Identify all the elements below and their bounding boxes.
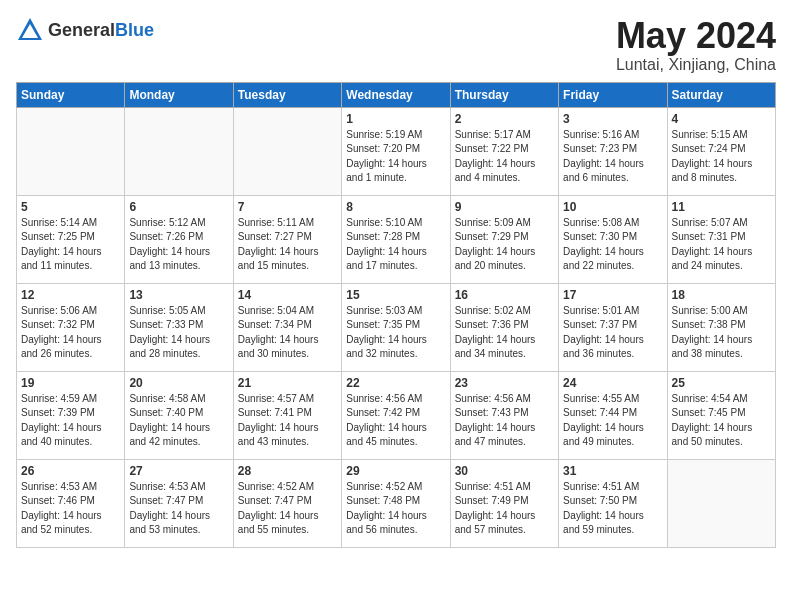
cell-content: Sunrise: 4:57 AM Sunset: 7:41 PM Dayligh… bbox=[238, 392, 337, 450]
day-number: 21 bbox=[238, 376, 337, 390]
cell-content: Sunrise: 5:15 AM Sunset: 7:24 PM Dayligh… bbox=[672, 128, 771, 186]
calendar-cell: 4Sunrise: 5:15 AM Sunset: 7:24 PM Daylig… bbox=[667, 107, 775, 195]
cell-content: Sunrise: 4:54 AM Sunset: 7:45 PM Dayligh… bbox=[672, 392, 771, 450]
day-number: 25 bbox=[672, 376, 771, 390]
cell-content: Sunrise: 5:00 AM Sunset: 7:38 PM Dayligh… bbox=[672, 304, 771, 362]
calendar-week-row: 26Sunrise: 4:53 AM Sunset: 7:46 PM Dayli… bbox=[17, 459, 776, 547]
day-number: 5 bbox=[21, 200, 120, 214]
cell-content: Sunrise: 4:52 AM Sunset: 7:47 PM Dayligh… bbox=[238, 480, 337, 538]
page-header: GeneralBlue May 2024 Luntai, Xinjiang, C… bbox=[16, 16, 776, 74]
day-number: 31 bbox=[563, 464, 662, 478]
calendar-cell: 1Sunrise: 5:19 AM Sunset: 7:20 PM Daylig… bbox=[342, 107, 450, 195]
cell-content: Sunrise: 4:52 AM Sunset: 7:48 PM Dayligh… bbox=[346, 480, 445, 538]
cell-content: Sunrise: 5:06 AM Sunset: 7:32 PM Dayligh… bbox=[21, 304, 120, 362]
cell-content: Sunrise: 5:01 AM Sunset: 7:37 PM Dayligh… bbox=[563, 304, 662, 362]
cell-content: Sunrise: 5:02 AM Sunset: 7:36 PM Dayligh… bbox=[455, 304, 554, 362]
calendar-cell: 17Sunrise: 5:01 AM Sunset: 7:37 PM Dayli… bbox=[559, 283, 667, 371]
day-number: 6 bbox=[129, 200, 228, 214]
cell-content: Sunrise: 5:19 AM Sunset: 7:20 PM Dayligh… bbox=[346, 128, 445, 186]
day-number: 11 bbox=[672, 200, 771, 214]
day-of-week-header: Tuesday bbox=[233, 82, 341, 107]
day-number: 10 bbox=[563, 200, 662, 214]
calendar-cell bbox=[17, 107, 125, 195]
calendar-cell: 20Sunrise: 4:58 AM Sunset: 7:40 PM Dayli… bbox=[125, 371, 233, 459]
day-number: 2 bbox=[455, 112, 554, 126]
calendar-cell: 16Sunrise: 5:02 AM Sunset: 7:36 PM Dayli… bbox=[450, 283, 558, 371]
calendar-cell: 5Sunrise: 5:14 AM Sunset: 7:25 PM Daylig… bbox=[17, 195, 125, 283]
calendar-cell: 24Sunrise: 4:55 AM Sunset: 7:44 PM Dayli… bbox=[559, 371, 667, 459]
calendar-cell: 8Sunrise: 5:10 AM Sunset: 7:28 PM Daylig… bbox=[342, 195, 450, 283]
cell-content: Sunrise: 5:09 AM Sunset: 7:29 PM Dayligh… bbox=[455, 216, 554, 274]
day-number: 9 bbox=[455, 200, 554, 214]
day-of-week-header: Friday bbox=[559, 82, 667, 107]
cell-content: Sunrise: 5:16 AM Sunset: 7:23 PM Dayligh… bbox=[563, 128, 662, 186]
calendar-header-row: SundayMondayTuesdayWednesdayThursdayFrid… bbox=[17, 82, 776, 107]
day-number: 13 bbox=[129, 288, 228, 302]
day-number: 22 bbox=[346, 376, 445, 390]
cell-content: Sunrise: 4:53 AM Sunset: 7:46 PM Dayligh… bbox=[21, 480, 120, 538]
day-number: 26 bbox=[21, 464, 120, 478]
day-of-week-header: Sunday bbox=[17, 82, 125, 107]
logo-text-blue: Blue bbox=[115, 20, 154, 40]
day-number: 18 bbox=[672, 288, 771, 302]
calendar-cell: 11Sunrise: 5:07 AM Sunset: 7:31 PM Dayli… bbox=[667, 195, 775, 283]
cell-content: Sunrise: 5:07 AM Sunset: 7:31 PM Dayligh… bbox=[672, 216, 771, 274]
calendar-cell: 19Sunrise: 4:59 AM Sunset: 7:39 PM Dayli… bbox=[17, 371, 125, 459]
calendar-week-row: 5Sunrise: 5:14 AM Sunset: 7:25 PM Daylig… bbox=[17, 195, 776, 283]
calendar-cell: 12Sunrise: 5:06 AM Sunset: 7:32 PM Dayli… bbox=[17, 283, 125, 371]
calendar-cell: 27Sunrise: 4:53 AM Sunset: 7:47 PM Dayli… bbox=[125, 459, 233, 547]
calendar-cell: 22Sunrise: 4:56 AM Sunset: 7:42 PM Dayli… bbox=[342, 371, 450, 459]
cell-content: Sunrise: 4:51 AM Sunset: 7:49 PM Dayligh… bbox=[455, 480, 554, 538]
calendar-cell: 6Sunrise: 5:12 AM Sunset: 7:26 PM Daylig… bbox=[125, 195, 233, 283]
day-number: 20 bbox=[129, 376, 228, 390]
calendar-cell: 31Sunrise: 4:51 AM Sunset: 7:50 PM Dayli… bbox=[559, 459, 667, 547]
day-number: 8 bbox=[346, 200, 445, 214]
cell-content: Sunrise: 4:55 AM Sunset: 7:44 PM Dayligh… bbox=[563, 392, 662, 450]
cell-content: Sunrise: 4:56 AM Sunset: 7:43 PM Dayligh… bbox=[455, 392, 554, 450]
day-number: 17 bbox=[563, 288, 662, 302]
cell-content: Sunrise: 4:58 AM Sunset: 7:40 PM Dayligh… bbox=[129, 392, 228, 450]
day-number: 4 bbox=[672, 112, 771, 126]
calendar-cell: 14Sunrise: 5:04 AM Sunset: 7:34 PM Dayli… bbox=[233, 283, 341, 371]
calendar-cell: 7Sunrise: 5:11 AM Sunset: 7:27 PM Daylig… bbox=[233, 195, 341, 283]
cell-content: Sunrise: 4:51 AM Sunset: 7:50 PM Dayligh… bbox=[563, 480, 662, 538]
calendar-cell: 9Sunrise: 5:09 AM Sunset: 7:29 PM Daylig… bbox=[450, 195, 558, 283]
cell-content: Sunrise: 5:12 AM Sunset: 7:26 PM Dayligh… bbox=[129, 216, 228, 274]
day-number: 16 bbox=[455, 288, 554, 302]
calendar-body: 1Sunrise: 5:19 AM Sunset: 7:20 PM Daylig… bbox=[17, 107, 776, 547]
calendar-cell: 18Sunrise: 5:00 AM Sunset: 7:38 PM Dayli… bbox=[667, 283, 775, 371]
calendar-cell: 29Sunrise: 4:52 AM Sunset: 7:48 PM Dayli… bbox=[342, 459, 450, 547]
day-number: 3 bbox=[563, 112, 662, 126]
day-number: 30 bbox=[455, 464, 554, 478]
day-number: 19 bbox=[21, 376, 120, 390]
cell-content: Sunrise: 5:04 AM Sunset: 7:34 PM Dayligh… bbox=[238, 304, 337, 362]
day-number: 7 bbox=[238, 200, 337, 214]
day-number: 27 bbox=[129, 464, 228, 478]
calendar-cell bbox=[667, 459, 775, 547]
day-of-week-header: Thursday bbox=[450, 82, 558, 107]
day-number: 12 bbox=[21, 288, 120, 302]
logo-icon bbox=[16, 16, 44, 44]
calendar-cell: 3Sunrise: 5:16 AM Sunset: 7:23 PM Daylig… bbox=[559, 107, 667, 195]
cell-content: Sunrise: 5:14 AM Sunset: 7:25 PM Dayligh… bbox=[21, 216, 120, 274]
cell-content: Sunrise: 5:10 AM Sunset: 7:28 PM Dayligh… bbox=[346, 216, 445, 274]
day-number: 15 bbox=[346, 288, 445, 302]
calendar-cell: 23Sunrise: 4:56 AM Sunset: 7:43 PM Dayli… bbox=[450, 371, 558, 459]
day-number: 29 bbox=[346, 464, 445, 478]
cell-content: Sunrise: 5:05 AM Sunset: 7:33 PM Dayligh… bbox=[129, 304, 228, 362]
calendar-cell bbox=[125, 107, 233, 195]
cell-content: Sunrise: 5:08 AM Sunset: 7:30 PM Dayligh… bbox=[563, 216, 662, 274]
calendar-cell: 10Sunrise: 5:08 AM Sunset: 7:30 PM Dayli… bbox=[559, 195, 667, 283]
calendar-cell: 2Sunrise: 5:17 AM Sunset: 7:22 PM Daylig… bbox=[450, 107, 558, 195]
day-of-week-header: Monday bbox=[125, 82, 233, 107]
calendar-cell: 28Sunrise: 4:52 AM Sunset: 7:47 PM Dayli… bbox=[233, 459, 341, 547]
day-number: 24 bbox=[563, 376, 662, 390]
cell-content: Sunrise: 4:59 AM Sunset: 7:39 PM Dayligh… bbox=[21, 392, 120, 450]
calendar-week-row: 12Sunrise: 5:06 AM Sunset: 7:32 PM Dayli… bbox=[17, 283, 776, 371]
calendar-cell: 15Sunrise: 5:03 AM Sunset: 7:35 PM Dayli… bbox=[342, 283, 450, 371]
day-of-week-header: Saturday bbox=[667, 82, 775, 107]
calendar-table: SundayMondayTuesdayWednesdayThursdayFrid… bbox=[16, 82, 776, 548]
calendar-week-row: 19Sunrise: 4:59 AM Sunset: 7:39 PM Dayli… bbox=[17, 371, 776, 459]
calendar-cell: 25Sunrise: 4:54 AM Sunset: 7:45 PM Dayli… bbox=[667, 371, 775, 459]
calendar-cell bbox=[233, 107, 341, 195]
